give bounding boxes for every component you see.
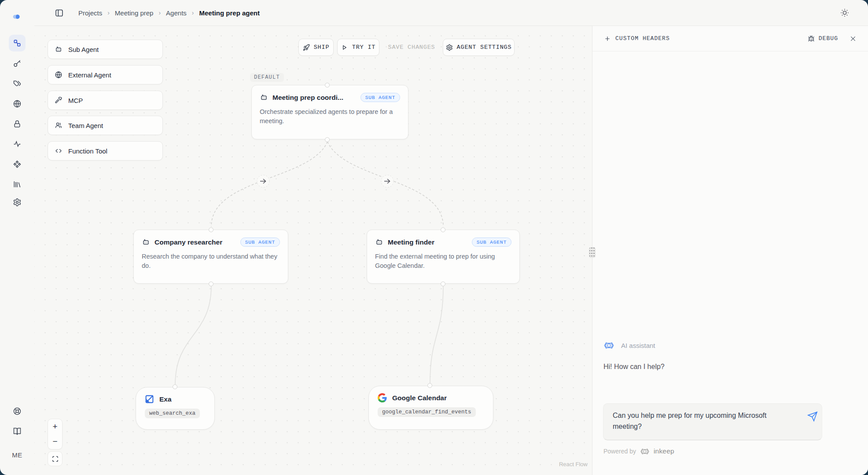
globe-icon (55, 71, 63, 79)
inkeep-logo-icon (640, 448, 650, 455)
lifebuoy-icon (13, 407, 22, 416)
handle-coordinator-top[interactable] (325, 83, 330, 88)
try-it-label: TRY IT (352, 44, 375, 51)
palette-item-label: External Agent (68, 71, 111, 79)
zoom-in-button[interactable]: + (48, 419, 62, 434)
agent-settings-label: AGENT SETTINGS (457, 44, 512, 51)
chat-assistant-header: AI assistant (603, 342, 655, 349)
exa-logo-icon (145, 395, 154, 404)
handle-coordinator-bottom[interactable] (325, 137, 330, 142)
sidebar-item-docs[interactable] (9, 423, 26, 440)
breadcrumb: Projects › Meeting prep › Agents › Meeti… (78, 9, 260, 17)
custom-headers-label: CUSTOM HEADERS (615, 35, 670, 42)
breadcrumb-agents[interactable]: Agents (166, 9, 187, 17)
palette-item-mcp[interactable]: MCP (48, 91, 163, 110)
settings-icon (13, 198, 22, 207)
palette-item-label: Team Agent (68, 122, 103, 129)
debug-button[interactable]: DEBUG (808, 35, 838, 42)
sidebar-item-help[interactable] (9, 403, 26, 420)
breadcrumb-separator: › (192, 9, 194, 16)
icon-sidebar: ME (0, 0, 34, 475)
sidebar-item-components[interactable] (9, 156, 26, 172)
inkeep-brand-label: inkeep (654, 447, 674, 455)
tool-title: Exa (159, 395, 172, 403)
agent-settings-button[interactable]: AGENT SETTINGS (443, 39, 515, 56)
sidebar-item-library[interactable] (9, 176, 26, 193)
breadcrumb-current-agent: Meeting prep agent (199, 9, 260, 17)
user-avatar[interactable]: ME (9, 451, 26, 459)
code-icon (55, 147, 63, 155)
powered-by-label: Powered by (603, 448, 636, 455)
palette-item-external-agent[interactable]: External Agent (48, 65, 163, 84)
palette-item-label: Sub Agent (68, 46, 99, 53)
panel-resize-handle[interactable] (589, 247, 596, 258)
theme-toggle-button[interactable] (840, 8, 850, 18)
tool-title: Google Calendar (392, 394, 447, 402)
ship-button[interactable]: SHIP (298, 39, 334, 56)
google-logo-icon (378, 393, 387, 402)
breadcrumb-project[interactable]: Meeting prep (115, 9, 154, 17)
fit-view-button[interactable] (48, 451, 63, 466)
node-title: Company researcher (154, 238, 222, 246)
add-custom-headers-button[interactable]: CUSTOM HEADERS (604, 35, 670, 42)
node-title: Meeting prep coordi... (272, 94, 343, 102)
handle-exa-top[interactable] (173, 384, 177, 389)
ship-label: SHIP (314, 44, 330, 51)
node-google-calendar-tool[interactable]: Google Calendar google_calendar_find_eve… (368, 386, 493, 430)
workflow-icon (13, 39, 22, 48)
app-window: ME Projects › Meeting prep › Agents › Me… (0, 0, 868, 475)
sidebar-item-activity[interactable] (9, 135, 26, 152)
sidebar-item-tags[interactable] (9, 75, 26, 92)
close-panel-button[interactable] (850, 35, 857, 42)
powered-by[interactable]: Powered by inkeep (603, 447, 674, 455)
panel-left-icon (55, 8, 64, 18)
palette-item-team-agent[interactable]: Team Agent (48, 116, 163, 135)
node-description: Find the external meeting to prep for us… (375, 252, 511, 270)
assistant-greeting: Hi! How can I help? (603, 363, 665, 371)
sidebar-item-keys[interactable] (9, 55, 26, 72)
try-it-button[interactable]: TRY IT (337, 39, 379, 56)
users-icon (55, 121, 63, 129)
breadcrumb-projects[interactable]: Projects (78, 9, 102, 17)
bot-icon (142, 238, 150, 246)
tool-function-chip: web_search_exa (145, 409, 200, 418)
gear-icon (446, 44, 453, 51)
save-changes-label: SAVE CHANGES (388, 44, 435, 51)
sidebar-item-settings[interactable] (9, 194, 26, 211)
node-company-researcher[interactable]: Company researcher SUB AGENT Research th… (133, 230, 288, 284)
sidebar-item-globe[interactable] (9, 95, 26, 112)
fit-view-icon (52, 456, 59, 462)
activity-icon (13, 139, 22, 148)
node-meeting-prep-coordinator[interactable]: Meeting prep coordi... SUB AGENT Orchest… (251, 85, 408, 139)
node-meeting-finder[interactable]: Meeting finder SUB AGENT Find the extern… (367, 230, 520, 284)
default-agent-chip: DEFAULT (250, 73, 284, 82)
plus-icon (604, 35, 611, 42)
handle-calendar-top[interactable] (427, 383, 432, 388)
node-exa-tool[interactable]: Exa web_search_exa (136, 387, 215, 430)
palette-item-label: Function Tool (68, 147, 107, 155)
play-icon (341, 44, 348, 51)
chat-input[interactable]: Can you help me prep for my upcoming Mic… (603, 403, 822, 440)
zoom-controls: + − (48, 419, 63, 449)
save-changes-button[interactable]: SAVE CHANGES (384, 39, 439, 56)
inkeep-assistant-icon (603, 342, 615, 349)
send-button[interactable] (807, 411, 818, 422)
handle-finder-top[interactable] (441, 227, 445, 232)
handle-finder-bottom[interactable] (441, 281, 445, 286)
sidebar-item-graph[interactable] (9, 35, 26, 51)
book-icon (13, 427, 22, 436)
globe-icon (13, 99, 22, 108)
reactflow-attribution[interactable]: React Flow (539, 461, 588, 468)
component-icon (13, 160, 22, 168)
handle-researcher-bottom[interactable] (209, 281, 213, 286)
node-description: Research the company to understand what … (142, 252, 280, 270)
palette-item-label: MCP (68, 97, 83, 104)
assistant-name: AI assistant (621, 342, 655, 349)
palette-item-sub-agent[interactable]: Sub Agent (48, 40, 163, 59)
sidebar-item-credentials[interactable] (9, 116, 26, 132)
sidebar-toggle-button[interactable] (54, 7, 64, 18)
zoom-out-button[interactable]: − (48, 434, 62, 449)
breadcrumb-separator: › (158, 9, 161, 16)
palette-item-function-tool[interactable]: Function Tool (48, 141, 163, 161)
handle-researcher-top[interactable] (209, 227, 213, 232)
